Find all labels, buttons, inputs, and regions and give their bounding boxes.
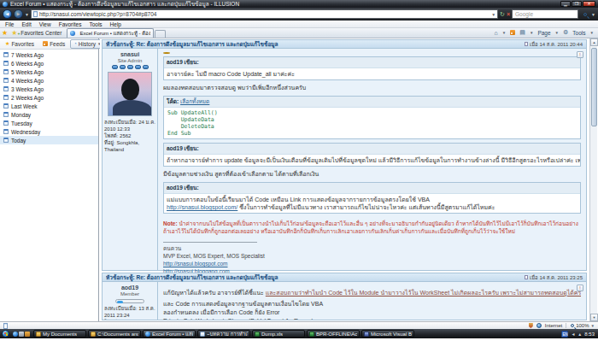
- print-caret-icon[interactable]: ▼: [530, 31, 533, 35]
- zoom-level[interactable]: 100%: [576, 323, 589, 328]
- menu-edit[interactable]: Edit: [21, 21, 31, 27]
- signature-titles: MVP Excel, MOS Expert, MOS Specialist: [163, 253, 265, 259]
- signature-link[interactable]: http://snasui.blogspot.com: [163, 261, 228, 267]
- post-2-header: หัวข้อกระทู้: Re: ต้องการดึงข้อมูลมาแก้ไ…: [103, 273, 586, 282]
- scroll-down-icon[interactable]: ▼: [590, 314, 598, 321]
- address-url[interactable]: http://snasui.com/viewtopic.php?p=8704#p…: [39, 11, 490, 17]
- search-icon[interactable]: [583, 13, 587, 16]
- refresh-icon[interactable]: ↻: [500, 9, 505, 19]
- minimize-button[interactable]: ▁: [560, 1, 571, 7]
- page-caret-icon[interactable]: ▼: [555, 31, 559, 35]
- post-time: เมื่อ 14 ส.ค. 2011 20:44: [530, 40, 583, 49]
- taskbar-button-active[interactable]: Excel Forum • แสด...: [143, 330, 196, 338]
- history-item[interactable]: 7 Weeks Ago: [0, 50, 98, 59]
- home-caret-icon[interactable]: ▼: [502, 31, 506, 35]
- menu-file[interactable]: File: [5, 21, 14, 27]
- tab-title: Excel Forum • แสดงกระทู้ - ต้องการดึงข้อ…: [79, 29, 150, 38]
- blogspot-link[interactable]: http://snasui.blogspot.com/: [167, 204, 237, 210]
- page-menu-button[interactable]: Page: [537, 30, 550, 36]
- restore-button[interactable]: ❐: [572, 1, 582, 7]
- history-item[interactable]: Tuesday: [0, 119, 98, 127]
- taskbar-button[interactable]: ~บทความ การทำเงิน...: [197, 330, 250, 338]
- calendar-icon: [3, 69, 9, 74]
- author-username[interactable]: snasui: [120, 51, 139, 57]
- search-box[interactable]: Google: [512, 9, 578, 19]
- history-item[interactable]: Monday: [0, 110, 98, 119]
- taskbar-button[interactable]: My Documents: [33, 330, 86, 338]
- report-post-icon[interactable]: !: [577, 285, 583, 291]
- history-tab-label: History: [79, 41, 96, 47]
- history-item[interactable]: 4 Weeks Ago: [0, 76, 98, 85]
- vertical-scrollbar[interactable]: ▲ ▼: [589, 38, 597, 321]
- home-icon[interactable]: ⌂: [495, 30, 498, 36]
- author-username[interactable]: aod19: [121, 285, 138, 291]
- post-icon: [525, 42, 528, 46]
- post-2-content: ! แก้ปัญหาได้แล้วครับ อาจารย์ที่ได้ชี้แน…: [157, 282, 586, 320]
- history-item[interactable]: 5 Weeks Ago: [0, 68, 98, 76]
- feeds-tab-label: Feeds: [50, 41, 65, 47]
- post-icon: [525, 275, 528, 279]
- post-1-author-panel: snasui Site Admin ลงทะเบียนเมื่อ: 24 ม.ค…: [103, 49, 157, 271]
- signature-divider: [163, 242, 257, 243]
- tray-hidden-icons-icon[interactable]: ◄: [571, 331, 575, 338]
- show-desktop-icon[interactable]: [19, 332, 24, 337]
- close-button[interactable]: ✕: [583, 1, 595, 7]
- subject-label: หัวข้อกระทู้:: [106, 41, 135, 47]
- post-line: Private Sub Worksheet_Change(ByVal Targe…: [163, 317, 581, 320]
- taskbar-button[interactable]: C:\Documents and ...: [88, 330, 141, 338]
- tools-caret-icon[interactable]: ▼: [590, 31, 594, 35]
- language-indicator[interactable]: EN: [561, 331, 568, 338]
- taskbar-button[interactable]: Dump.xls: [252, 330, 305, 338]
- recent-pages-caret-icon[interactable]: ▼: [25, 12, 29, 17]
- history-item[interactable]: Wednesday: [0, 127, 98, 136]
- report-post-icon[interactable]: !: [577, 51, 583, 58]
- history-item[interactable]: 3 Weeks Ago: [0, 85, 98, 93]
- menu-favorites[interactable]: Favorites: [59, 21, 82, 27]
- print-icon[interactable]: ▤: [519, 29, 525, 36]
- tools-gear-icon[interactable]: ⚙: [563, 29, 568, 36]
- document-icon: [200, 332, 205, 337]
- tab-favorites[interactable]: ★ Favorites: [2, 38, 38, 50]
- forward-button[interactable]: ▶: [14, 9, 23, 19]
- address-dropdown-icon[interactable]: ▼: [491, 12, 495, 17]
- menu-help[interactable]: Help: [110, 21, 121, 27]
- select-all-link[interactable]: เลือกทั้งหมด: [180, 98, 209, 104]
- tab-feeds[interactable]: Feeds: [39, 39, 68, 49]
- history-item[interactable]: 6 Weeks Ago: [0, 59, 98, 68]
- quote-author: aod19 เขียน:: [164, 183, 580, 194]
- add-favorite-icon[interactable]: ★: [9, 29, 19, 38]
- history-item-today[interactable]: Today: [0, 136, 98, 144]
- menu-tools[interactable]: Tools: [89, 21, 102, 27]
- quote-text: ซึ่งในการทำข้อมูลที่ไม่มีแนวทาง เราสามาร…: [237, 204, 495, 210]
- favorites-star-icon: ★: [5, 39, 9, 48]
- search-input[interactable]: Google: [515, 11, 533, 17]
- start-button[interactable]: [2, 330, 9, 338]
- tray-volume-icon[interactable]: ▲: [577, 331, 582, 338]
- browser-tab[interactable]: Excel Forum • แสดงกระทู้ - ต้องการดึงข้อ…: [67, 28, 154, 38]
- address-bar[interactable]: http://snasui.com/viewtopic.php?p=8704#p…: [31, 9, 498, 19]
- inline-link[interactable]: และสอบถามว่าทำไมนำ Code ไว้ใน Module นำม…: [266, 290, 581, 296]
- taskbar-clock[interactable]: 8:53: [584, 332, 595, 337]
- feeds-icon[interactable]: [510, 30, 515, 35]
- favorites-tab-label: Favorites: [11, 41, 34, 47]
- post-line: และ Code การแสดงข้อมูลจากฐานข้อมูลตามเงื…: [163, 300, 581, 308]
- zoom-caret-icon[interactable]: ▼: [591, 324, 595, 328]
- taskbar-button[interactable]: Microsoft Visual Bas...: [361, 330, 414, 338]
- history-item[interactable]: 2 Weeks Ago: [0, 93, 98, 102]
- quick-launch-icon[interactable]: [25, 332, 30, 337]
- history-item[interactable]: Last Week: [0, 102, 98, 110]
- search-options-caret-icon[interactable]: ▼: [591, 12, 595, 17]
- new-tab-button[interactable]: [155, 30, 166, 38]
- calendar-icon: [3, 103, 9, 109]
- status-bar: Internet 100% ▼: [0, 321, 598, 329]
- back-button[interactable]: ◀: [3, 9, 12, 19]
- tools-menu-button[interactable]: Tools: [572, 30, 585, 36]
- taskbar-button[interactable]: BPR-OFFLINE\Actua...: [307, 330, 360, 338]
- scrollbar-thumb[interactable]: [591, 48, 597, 126]
- favorites-center-icon[interactable]: ★: [0, 29, 9, 38]
- stop-icon[interactable]: ×: [507, 9, 510, 19]
- menu-view[interactable]: View: [39, 21, 51, 27]
- quick-launch-ie-icon[interactable]: [13, 332, 18, 337]
- scroll-up-icon[interactable]: ▲: [590, 38, 598, 46]
- history-clock-icon: ◔: [73, 41, 77, 46]
